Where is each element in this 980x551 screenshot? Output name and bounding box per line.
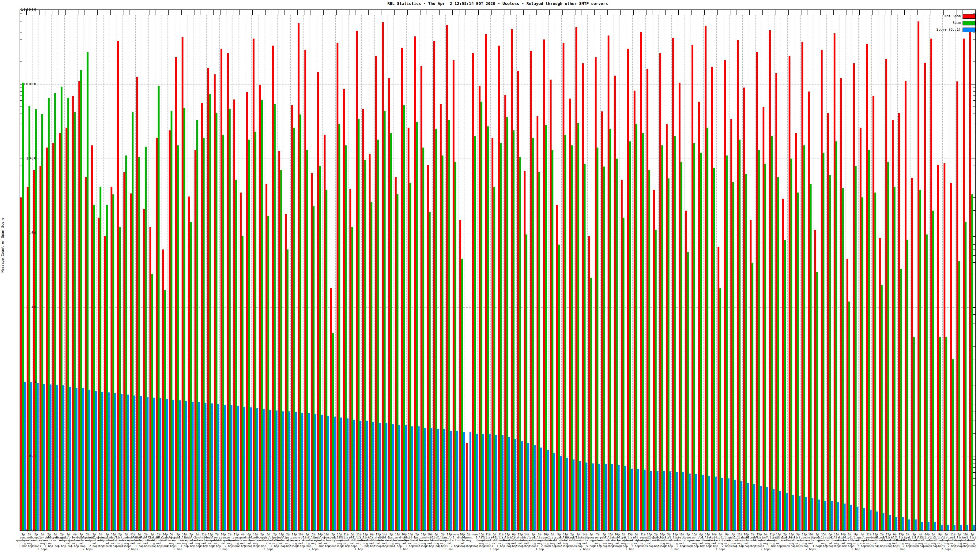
bar-spam (700, 153, 702, 530)
group-gridline (807, 15, 807, 530)
top-axis-tick (272, 10, 272, 15)
group-gridline (710, 15, 710, 530)
bar-score (179, 400, 181, 530)
y-minor-tick (973, 236, 975, 237)
top-axis-tick (724, 10, 724, 15)
top-axis-tick (246, 10, 246, 15)
group-gridline (781, 15, 781, 530)
bar-score (250, 407, 252, 530)
bar-score (275, 411, 277, 530)
bar-score (288, 411, 290, 530)
y-minor-tick (973, 421, 975, 421)
y-minor-tick (973, 170, 975, 170)
bar-score (398, 425, 400, 530)
top-axis-tick (672, 10, 672, 15)
top-axis-tick (343, 10, 343, 15)
bar-score (670, 472, 671, 530)
bar-score (721, 478, 723, 530)
legend-swatch-score- (963, 27, 975, 32)
top-axis-tick (323, 10, 324, 15)
group-gridline (697, 15, 697, 530)
y-minor-tick (973, 314, 975, 315)
top-axis-tick (395, 10, 395, 15)
group-gridline (923, 15, 923, 530)
legend-row: Spam (919, 21, 975, 25)
bar-score (902, 517, 904, 530)
y-minor-tick (973, 346, 975, 346)
bar-score (831, 501, 833, 530)
bar-score (734, 480, 736, 530)
bar-score (224, 405, 226, 530)
bar-score (928, 522, 929, 530)
top-axis-tick (143, 10, 143, 15)
bar-score (941, 525, 943, 530)
bar-score (134, 395, 135, 530)
bar-score (411, 426, 413, 530)
top-axis-tick (459, 10, 460, 15)
y-minor-tick (973, 39, 975, 40)
top-axis-tick (749, 10, 750, 15)
top-axis-tick (485, 10, 485, 15)
bar-score (211, 403, 213, 530)
y-minor-tick (20, 100, 22, 101)
top-axis-tick (65, 10, 65, 15)
top-axis-tick (285, 10, 285, 15)
top-axis-tick (782, 10, 782, 15)
top-axis-tick (227, 10, 227, 15)
bar-spam (758, 150, 760, 530)
bar-score (921, 522, 923, 530)
top-axis-tick (336, 10, 337, 15)
top-axis-tick (833, 10, 834, 15)
bar-score (715, 476, 717, 530)
bar-score (566, 457, 568, 530)
bar-score (521, 441, 523, 530)
group-gridline (884, 15, 885, 530)
bar-spam (791, 159, 792, 530)
top-axis-tick (737, 10, 737, 15)
top-axis-tick (162, 10, 162, 15)
bar-spam (713, 168, 715, 530)
top-axis-tick (304, 10, 304, 15)
top-axis-tick (259, 10, 259, 15)
bar-score (456, 431, 458, 530)
bar-score (844, 503, 846, 530)
top-axis-tick (169, 10, 169, 15)
bar-score (534, 445, 536, 530)
bar-score (676, 472, 678, 530)
bar-score (889, 515, 891, 530)
y-minor-tick (973, 508, 975, 508)
y-minor-tick (20, 181, 22, 181)
bar-score (960, 525, 962, 530)
bar-score (663, 471, 665, 530)
top-axis-tick (136, 10, 136, 15)
bar-score (353, 420, 355, 530)
bar-score (431, 428, 433, 530)
bar-not-spam (466, 443, 468, 530)
top-axis-tick (207, 10, 207, 15)
bar-score (366, 421, 368, 530)
y-minor-tick (20, 87, 22, 88)
bar-spam (764, 164, 766, 530)
bar-spam (887, 162, 889, 530)
bar-score (585, 462, 587, 530)
bar-score (740, 481, 742, 530)
top-axis-tick (110, 10, 111, 15)
y-minor-tick (973, 95, 975, 96)
bar-score (315, 414, 317, 530)
y-minor-tick (20, 95, 22, 96)
top-axis-tick (859, 10, 860, 15)
bar-score (792, 495, 794, 530)
top-axis-tick (743, 10, 743, 15)
y-minor-tick (973, 100, 975, 101)
bar-spam (952, 359, 954, 530)
top-axis-tick (498, 10, 498, 15)
bar-score (49, 384, 51, 530)
bar-spam (874, 192, 876, 530)
y-minor-tick (973, 433, 975, 434)
group-gridline (600, 15, 601, 530)
bar-score (876, 511, 878, 530)
top-axis-tick (885, 10, 885, 15)
top-axis-tick (446, 10, 446, 15)
bar-score (495, 435, 497, 530)
bar-score (573, 459, 574, 530)
